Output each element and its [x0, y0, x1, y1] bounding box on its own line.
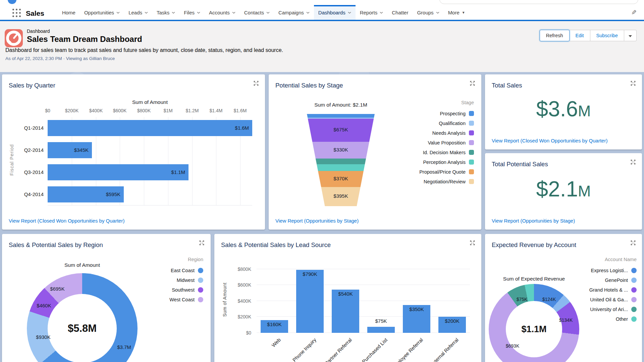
expand-icon[interactable] [630, 159, 636, 165]
bar-web[interactable]: $160K [261, 320, 288, 333]
axis-tick: $800K [238, 266, 251, 272]
legend-title: Region [169, 257, 203, 262]
funnel-chart[interactable]: $675K $330K $370K $395K [307, 114, 375, 206]
legend-item[interactable]: Express Logisti... [589, 265, 637, 275]
legend-swatch [469, 179, 474, 184]
legend-stage: Stage Prospecting Qualification Needs An… [419, 100, 474, 186]
category-label: Q3-2014 [13, 161, 44, 183]
tab-contacts[interactable]: Contacts [240, 5, 274, 20]
legend-item[interactable]: GenePoint [589, 275, 637, 285]
bar-q4-2014[interactable]: $595K [48, 186, 124, 202]
bar-external-referral[interactable]: $200K [438, 317, 466, 333]
card-total-sales: Total Sales $3.6M View Report (Closed Wo… [485, 74, 642, 149]
bar-q3-2014[interactable]: $1.1M [48, 164, 189, 180]
funnel-segment-perception-analysis[interactable] [307, 164, 375, 171]
slice-value-label: $695K [50, 286, 64, 292]
expand-icon[interactable] [470, 240, 475, 246]
subscribe-button[interactable]: Subscribe [590, 30, 624, 41]
legend-swatch [631, 316, 637, 322]
legend-item[interactable]: University of Ari... [589, 304, 637, 314]
funnel-segment-id-decision-makers[interactable] [307, 159, 375, 164]
tab-more[interactable]: More▼ [444, 5, 470, 20]
view-report-link[interactable]: View Report (Opportunities by Stage) [492, 218, 575, 224]
donut-center-value: $1.1M [521, 324, 546, 335]
dashboard-meta: As of Apr 22, 2023, 2:30 PM · Viewing as… [5, 56, 637, 61]
legend-item[interactable]: East Coast [169, 265, 203, 275]
tab-home[interactable]: Home [58, 5, 80, 20]
chevron-down-icon [266, 12, 270, 14]
tab-accounts[interactable]: Accounts [205, 5, 240, 20]
y-axis-categories: Q1-2014 Q2-2014 Q3-2014 Q4-2014 [13, 117, 44, 205]
legend-item[interactable]: Southwest [169, 285, 203, 295]
legend-item[interactable]: Perception Analysis [419, 157, 474, 167]
chevron-down-icon [436, 12, 439, 14]
dashboard-icon [5, 29, 23, 47]
slice-value-label: $693K [506, 343, 519, 349]
bar-q2-2014[interactable]: $345K [48, 142, 92, 158]
axis-tick: $600K [113, 108, 126, 113]
dashboard-canvas: Sales by Quarter Sum of Amount Fiscal Pe… [0, 72, 644, 362]
axis-tick: $0 [45, 108, 50, 113]
view-report-link[interactable]: View Report (Closed Won Opportunities by… [9, 218, 124, 224]
legend-item[interactable]: Other [589, 314, 637, 324]
bar-phone-inquiry[interactable]: $790K [296, 270, 324, 333]
axis-tick: $800K [137, 108, 151, 113]
funnel-segment-prospecting[interactable] [307, 114, 375, 118]
legend-swatch [631, 297, 637, 302]
legend-item[interactable]: West Coast [169, 295, 203, 304]
bar-purchased-list[interactable]: $75K [367, 327, 395, 333]
slice-value-label: $75K [517, 297, 528, 302]
chevron-down-icon [380, 12, 383, 14]
bar-q1-2014[interactable]: $1.6M [48, 120, 252, 136]
tab-campaigns[interactable]: Campaigns [274, 5, 314, 20]
legend-item[interactable]: Proposal/Price Quote [419, 167, 474, 177]
legend-item[interactable]: Id. Decision Makers [419, 147, 474, 157]
bar-partner-referral[interactable]: $540K [332, 290, 359, 333]
header-actions: Refresh Edit Subscribe [540, 30, 637, 41]
legend-item[interactable]: United Oil & Ga... [589, 295, 637, 304]
view-report-link[interactable]: View Report (Opportunities by Stage) [275, 218, 359, 224]
app-launcher-icon[interactable] [12, 9, 21, 17]
legend-item[interactable]: Prospecting [419, 109, 474, 118]
refresh-button[interactable]: Refresh [540, 30, 570, 41]
more-actions-button[interactable] [624, 30, 637, 41]
tab-leads[interactable]: Leads [124, 5, 152, 20]
chart-title: Sum of Amount [32, 262, 132, 268]
expand-icon[interactable] [253, 80, 259, 86]
tab-reports[interactable]: Reports [356, 5, 388, 20]
legend-swatch [469, 121, 474, 126]
legend-swatch [198, 268, 203, 273]
donut-chart-account[interactable]: $1.1M $124K $75K $134K $693K [489, 284, 579, 362]
tab-tasks[interactable]: Tasks [152, 5, 179, 20]
tab-files[interactable]: Files [179, 5, 205, 20]
expand-icon[interactable] [630, 240, 636, 246]
tab-chatter[interactable]: Chatter [387, 5, 413, 20]
tab-dashboards[interactable]: Dashboards [314, 5, 356, 20]
legend-swatch [469, 150, 474, 155]
tab-opportunities[interactable]: Opportunities [80, 5, 124, 20]
bar-value-label: $540K [338, 291, 353, 297]
legend-item[interactable]: Midwest [169, 275, 203, 285]
axis-tick: $1.4M [210, 108, 223, 113]
slice-value-label: $460K [37, 303, 51, 308]
tab-groups[interactable]: Groups [413, 5, 443, 20]
metric-total-potential-sales: $2.1M [485, 177, 642, 201]
expand-icon[interactable] [199, 240, 205, 246]
legend-item[interactable]: Value Proposition [419, 138, 474, 147]
edit-nav-pencil-icon[interactable]: ✎ [631, 9, 637, 16]
edit-button[interactable]: Edit [570, 30, 590, 41]
bar-employee-referral[interactable]: $350K [403, 305, 430, 333]
global-search-input[interactable] [439, 0, 638, 4]
expand-icon[interactable] [630, 80, 636, 86]
chart-title: Sum of Amount [48, 99, 252, 105]
legend-item[interactable]: Grand Hotels & ... [589, 285, 637, 295]
legend-item[interactable]: Qualification [419, 118, 474, 128]
legend-item[interactable]: Needs Analysis [419, 128, 474, 138]
chevron-down-icon [172, 12, 175, 14]
legend-item[interactable]: Negotiation/Review [419, 177, 474, 186]
expand-icon[interactable] [470, 80, 475, 86]
slice-value-label: $3.7M [117, 344, 131, 350]
legend-swatch [631, 287, 637, 293]
view-report-link[interactable]: View Report (Closed Won Opportunities by… [492, 138, 607, 143]
donut-chart-region[interactable]: $5.8M $695K $460K $930K $3.7M [27, 273, 138, 362]
